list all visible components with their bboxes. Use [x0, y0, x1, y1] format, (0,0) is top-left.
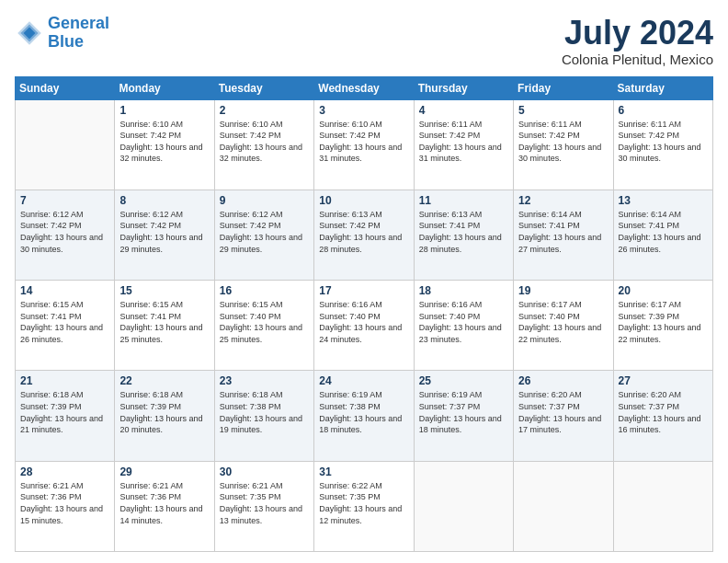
day-number: 19 — [518, 284, 608, 297]
table-row: 22Sunrise: 6:18 AM Sunset: 7:39 PM Dayli… — [115, 371, 214, 461]
day-number: 29 — [119, 465, 209, 478]
day-info: Sunrise: 6:12 AM Sunset: 7:42 PM Dayligh… — [20, 209, 109, 255]
day-info: Sunrise: 6:10 AM Sunset: 7:42 PM Dayligh… — [319, 119, 408, 165]
calendar-week-3: 14Sunrise: 6:15 AM Sunset: 7:41 PM Dayli… — [16, 281, 713, 371]
day-number: 25 — [419, 374, 508, 387]
day-number: 22 — [119, 374, 209, 387]
day-info: Sunrise: 6:14 AM Sunset: 7:41 PM Dayligh… — [518, 209, 608, 255]
logo: General Blue — [15, 15, 109, 52]
day-info: Sunrise: 6:21 AM Sunset: 7:36 PM Dayligh… — [20, 480, 109, 526]
page: General Blue July 2024 Colonia Plenitud,… — [0, 0, 728, 563]
day-info: Sunrise: 6:20 AM Sunset: 7:37 PM Dayligh… — [518, 389, 608, 435]
col-tuesday: Tuesday — [214, 76, 313, 99]
table-row: 3Sunrise: 6:10 AM Sunset: 7:42 PM Daylig… — [314, 99, 414, 190]
day-number: 7 — [20, 194, 109, 207]
table-row: 25Sunrise: 6:19 AM Sunset: 7:37 PM Dayli… — [414, 371, 513, 461]
day-number: 9 — [220, 194, 309, 207]
day-number: 2 — [220, 104, 309, 117]
subtitle: Colonia Plenitud, Mexico — [562, 52, 713, 67]
day-info: Sunrise: 6:18 AM Sunset: 7:39 PM Dayligh… — [20, 389, 109, 435]
day-info: Sunrise: 6:17 AM Sunset: 7:40 PM Dayligh… — [518, 299, 608, 345]
table-row: 1Sunrise: 6:10 AM Sunset: 7:42 PM Daylig… — [115, 99, 214, 190]
day-number: 8 — [119, 194, 209, 207]
logo-blue: Blue — [48, 32, 84, 51]
logo-text: General Blue — [48, 15, 109, 52]
day-info: Sunrise: 6:15 AM Sunset: 7:41 PM Dayligh… — [119, 299, 209, 345]
day-info: Sunrise: 6:12 AM Sunset: 7:42 PM Dayligh… — [119, 209, 209, 255]
day-number: 10 — [319, 194, 408, 207]
table-row: 14Sunrise: 6:15 AM Sunset: 7:41 PM Dayli… — [16, 281, 115, 371]
day-number: 14 — [20, 284, 109, 297]
day-info: Sunrise: 6:10 AM Sunset: 7:42 PM Dayligh… — [220, 119, 309, 165]
table-row: 28Sunrise: 6:21 AM Sunset: 7:36 PM Dayli… — [16, 461, 115, 551]
day-info: Sunrise: 6:10 AM Sunset: 7:42 PM Dayligh… — [119, 119, 209, 165]
day-info: Sunrise: 6:16 AM Sunset: 7:40 PM Dayligh… — [419, 299, 508, 345]
table-row: 7Sunrise: 6:12 AM Sunset: 7:42 PM Daylig… — [16, 190, 115, 280]
table-row: 12Sunrise: 6:14 AM Sunset: 7:41 PM Dayli… — [514, 190, 613, 280]
day-info: Sunrise: 6:11 AM Sunset: 7:42 PM Dayligh… — [619, 119, 708, 165]
day-number: 16 — [220, 284, 309, 297]
table-row: 30Sunrise: 6:21 AM Sunset: 7:35 PM Dayli… — [214, 461, 313, 551]
table-row: 10Sunrise: 6:13 AM Sunset: 7:42 PM Dayli… — [314, 190, 414, 280]
header: General Blue July 2024 Colonia Plenitud,… — [15, 15, 713, 67]
calendar-week-5: 28Sunrise: 6:21 AM Sunset: 7:36 PM Dayli… — [16, 461, 713, 551]
table-row: 29Sunrise: 6:21 AM Sunset: 7:36 PM Dayli… — [115, 461, 214, 551]
table-row — [16, 99, 115, 190]
table-row: 15Sunrise: 6:15 AM Sunset: 7:41 PM Dayli… — [115, 281, 214, 371]
day-number: 15 — [119, 284, 209, 297]
table-row: 13Sunrise: 6:14 AM Sunset: 7:41 PM Dayli… — [613, 190, 712, 280]
day-number: 24 — [319, 374, 408, 387]
day-number: 17 — [319, 284, 408, 297]
day-number: 12 — [518, 194, 608, 207]
month-title: July 2024 — [562, 15, 713, 52]
col-thursday: Thursday — [414, 76, 513, 99]
table-row: 27Sunrise: 6:20 AM Sunset: 7:37 PM Dayli… — [613, 371, 712, 461]
table-row: 9Sunrise: 6:12 AM Sunset: 7:42 PM Daylig… — [214, 190, 313, 280]
logo-general: General — [48, 14, 109, 32]
day-number: 27 — [619, 374, 708, 387]
day-number: 4 — [419, 104, 508, 117]
col-saturday: Saturday — [613, 76, 712, 99]
table-row: 11Sunrise: 6:13 AM Sunset: 7:41 PM Dayli… — [414, 190, 513, 280]
table-row: 26Sunrise: 6:20 AM Sunset: 7:37 PM Dayli… — [514, 371, 613, 461]
table-row: 6Sunrise: 6:11 AM Sunset: 7:42 PM Daylig… — [613, 99, 712, 190]
table-row: 24Sunrise: 6:19 AM Sunset: 7:38 PM Dayli… — [314, 371, 414, 461]
day-number: 6 — [619, 104, 708, 117]
day-info: Sunrise: 6:15 AM Sunset: 7:41 PM Dayligh… — [20, 299, 109, 345]
table-row: 17Sunrise: 6:16 AM Sunset: 7:40 PM Dayli… — [314, 281, 414, 371]
day-info: Sunrise: 6:17 AM Sunset: 7:39 PM Dayligh… — [619, 299, 708, 345]
table-row: 4Sunrise: 6:11 AM Sunset: 7:42 PM Daylig… — [414, 99, 513, 190]
table-row — [414, 461, 513, 551]
day-number: 5 — [518, 104, 608, 117]
day-number: 21 — [20, 374, 109, 387]
day-info: Sunrise: 6:18 AM Sunset: 7:39 PM Dayligh… — [119, 389, 209, 435]
day-info: Sunrise: 6:21 AM Sunset: 7:35 PM Dayligh… — [220, 480, 309, 526]
day-number: 23 — [220, 374, 309, 387]
table-row: 5Sunrise: 6:11 AM Sunset: 7:42 PM Daylig… — [514, 99, 613, 190]
calendar-table: Sunday Monday Tuesday Wednesday Thursday… — [15, 76, 713, 552]
table-row — [613, 461, 712, 551]
col-monday: Monday — [115, 76, 214, 99]
table-row: 31Sunrise: 6:22 AM Sunset: 7:35 PM Dayli… — [314, 461, 414, 551]
day-info: Sunrise: 6:18 AM Sunset: 7:38 PM Dayligh… — [220, 389, 309, 435]
table-row: 21Sunrise: 6:18 AM Sunset: 7:39 PM Dayli… — [16, 371, 115, 461]
day-number: 1 — [119, 104, 209, 117]
day-info: Sunrise: 6:19 AM Sunset: 7:37 PM Dayligh… — [419, 389, 508, 435]
day-number: 28 — [20, 465, 109, 478]
day-info: Sunrise: 6:11 AM Sunset: 7:42 PM Dayligh… — [419, 119, 508, 165]
col-friday: Friday — [514, 76, 613, 99]
day-number: 31 — [319, 465, 408, 478]
day-number: 18 — [419, 284, 508, 297]
table-row: 23Sunrise: 6:18 AM Sunset: 7:38 PM Dayli… — [214, 371, 313, 461]
day-info: Sunrise: 6:15 AM Sunset: 7:40 PM Dayligh… — [220, 299, 309, 345]
day-info: Sunrise: 6:13 AM Sunset: 7:41 PM Dayligh… — [419, 209, 508, 255]
day-number: 3 — [319, 104, 408, 117]
day-info: Sunrise: 6:21 AM Sunset: 7:36 PM Dayligh… — [119, 480, 209, 526]
day-info: Sunrise: 6:13 AM Sunset: 7:42 PM Dayligh… — [319, 209, 408, 255]
logo-icon — [15, 18, 44, 48]
title-block: July 2024 Colonia Plenitud, Mexico — [562, 15, 713, 67]
day-info: Sunrise: 6:19 AM Sunset: 7:38 PM Dayligh… — [319, 389, 408, 435]
table-row: 2Sunrise: 6:10 AM Sunset: 7:42 PM Daylig… — [214, 99, 313, 190]
day-info: Sunrise: 6:22 AM Sunset: 7:35 PM Dayligh… — [319, 480, 408, 526]
col-wednesday: Wednesday — [314, 76, 414, 99]
